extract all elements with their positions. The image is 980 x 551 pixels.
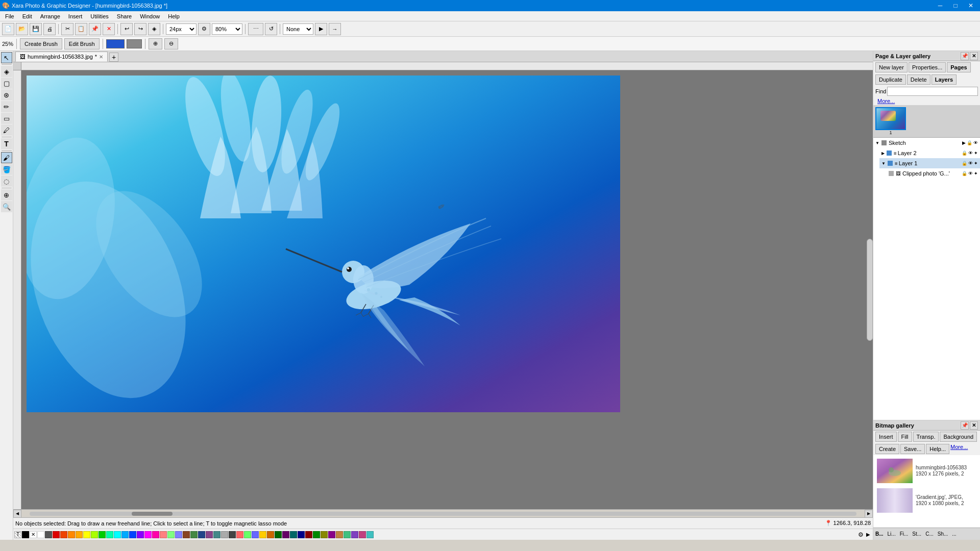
- tab-close-button[interactable]: ✕: [99, 54, 103, 60]
- bg-pin-button[interactable]: 📌: [961, 421, 969, 430]
- magenta-swatch[interactable]: [144, 531, 152, 538]
- freehand-tool[interactable]: ✏: [1, 101, 12, 112]
- new-layer-button[interactable]: New layer: [875, 62, 908, 72]
- sky-blue-swatch[interactable]: [121, 531, 129, 538]
- salmon-swatch[interactable]: [236, 531, 243, 538]
- hscroll-track[interactable]: [30, 512, 856, 516]
- plg-pin-button[interactable]: 📌: [961, 52, 969, 60]
- dark-forest-swatch[interactable]: [313, 531, 320, 538]
- olive-swatch[interactable]: [321, 531, 328, 538]
- delete-layer-button[interactable]: Delete: [907, 74, 930, 85]
- ctx-icon-1[interactable]: ⊕: [149, 38, 162, 49]
- menu-file[interactable]: File: [1, 11, 18, 21]
- close-button[interactable]: ✕: [964, 1, 978, 11]
- light-green-swatch[interactable]: [167, 531, 175, 538]
- zoom-tool[interactable]: 🔍: [1, 201, 12, 212]
- menu-edit[interactable]: Edit: [18, 11, 36, 21]
- cornflower-swatch[interactable]: [252, 531, 259, 538]
- cyan-swatch[interactable]: [114, 531, 121, 538]
- insert-button[interactable]: Insert: [875, 432, 897, 442]
- pages-button[interactable]: Pages: [947, 62, 970, 72]
- dark-red-swatch[interactable]: [305, 531, 312, 538]
- shadow-tab[interactable]: Sh...: [936, 531, 950, 537]
- fill-tab[interactable]: Fi...: [898, 531, 911, 537]
- node-tool[interactable]: ◈: [1, 66, 12, 77]
- mint-swatch[interactable]: [106, 531, 113, 538]
- canvas-tab[interactable]: 🖼 hummingbird-1056383.jpg * ✕: [15, 52, 108, 62]
- pink-swatch[interactable]: [152, 531, 159, 538]
- new-tab-button[interactable]: +: [109, 53, 118, 62]
- maximize-button[interactable]: □: [948, 1, 963, 11]
- zoom-in-button[interactable]: ⋯: [248, 23, 263, 35]
- yellow-swatch[interactable]: [83, 531, 90, 538]
- find-input[interactable]: [887, 87, 978, 96]
- dark-navy-swatch[interactable]: [298, 531, 305, 538]
- layer1-expand-icon[interactable]: [881, 161, 886, 166]
- amber-swatch[interactable]: [76, 531, 83, 538]
- layer2-lock[interactable]: 🔒: [962, 151, 967, 156]
- delete-button[interactable]: ✕: [103, 23, 115, 35]
- ctx-icon-2[interactable]: ⊖: [164, 38, 178, 49]
- light-blue-swatch[interactable]: [175, 531, 182, 538]
- gray-swatch[interactable]: [221, 531, 228, 538]
- color-swatch-2[interactable]: [127, 39, 142, 48]
- duplicate-button[interactable]: Duplicate: [875, 74, 906, 85]
- layer1-visibility[interactable]: 👁: [968, 161, 973, 166]
- blue-swatch[interactable]: [129, 531, 136, 538]
- lime-swatch[interactable]: [244, 531, 251, 538]
- properties-button[interactable]: Properties...: [909, 62, 946, 72]
- dark-gray-swatch[interactable]: [45, 531, 52, 538]
- tan-swatch[interactable]: [336, 531, 343, 538]
- brush-size-select[interactable]: 24px12px36px: [166, 23, 197, 35]
- plum-swatch[interactable]: [328, 531, 335, 538]
- indigo-swatch[interactable]: [351, 531, 358, 538]
- hscroll-right[interactable]: ▶: [865, 510, 873, 518]
- clone-tool[interactable]: ⊕: [1, 189, 12, 201]
- contour-tool[interactable]: ▢: [1, 78, 12, 89]
- fill-tool[interactable]: 🪣: [1, 164, 12, 175]
- undo-button[interactable]: ↩: [120, 23, 133, 35]
- bitmap-item-hummingbird[interactable]: hummingbird-1056383 1920 x 1276 pixels, …: [875, 457, 978, 485]
- reset-button[interactable]: ↺: [265, 23, 277, 35]
- violet-swatch[interactable]: [137, 531, 144, 538]
- light-red-swatch[interactable]: [160, 531, 167, 538]
- bg-more-link[interactable]: More...: [950, 444, 968, 454]
- red-orange-swatch[interactable]: [60, 531, 67, 538]
- new-button[interactable]: 📄: [2, 23, 14, 35]
- open-button[interactable]: 📂: [16, 23, 28, 35]
- page-1-thumb[interactable]: [875, 107, 906, 130]
- bg-help-button[interactable]: Help...: [926, 444, 949, 454]
- fill-button[interactable]: Fill: [898, 432, 912, 442]
- transp-button[interactable]: Transp.: [913, 432, 939, 442]
- options-button[interactable]: ⚙: [198, 23, 210, 35]
- seafoam-swatch[interactable]: [344, 531, 351, 538]
- bronze-swatch[interactable]: [267, 531, 274, 538]
- zoom-select[interactable]: 80%50%100%200%: [212, 23, 242, 35]
- layer1-row[interactable]: ≡ Layer 1 🔒 👁 ✦: [879, 158, 980, 168]
- create-button[interactable]: Create: [875, 444, 899, 454]
- palette-options[interactable]: ⚙: [857, 531, 864, 538]
- canvas-main[interactable]: ✏: [21, 70, 873, 509]
- bg-close-button[interactable]: ✕: [970, 421, 978, 430]
- cut-button[interactable]: ✂: [61, 23, 74, 35]
- brush-tool[interactable]: 🖌: [1, 152, 12, 163]
- bg-save-button[interactable]: Save...: [900, 444, 925, 454]
- arrow-button[interactable]: →: [329, 23, 341, 35]
- charcoal-swatch[interactable]: [229, 531, 236, 538]
- color-swatch-1[interactable]: [106, 39, 125, 48]
- save-button[interactable]: 💾: [30, 23, 42, 35]
- menu-utilities[interactable]: Utilities: [86, 11, 112, 21]
- palette-arrow[interactable]: ▶: [865, 531, 872, 538]
- quality-button[interactable]: ◈: [148, 23, 160, 35]
- yellow-green-swatch[interactable]: [91, 531, 98, 538]
- shape-tool[interactable]: ▭: [1, 113, 12, 124]
- bitmap-tab[interactable]: B...: [873, 531, 886, 537]
- print-button[interactable]: 🖨: [43, 23, 56, 35]
- white-swatch[interactable]: [37, 531, 44, 538]
- teal-swatch[interactable]: [213, 531, 220, 538]
- stroke-tab[interactable]: St...: [910, 531, 923, 537]
- plg-close-button[interactable]: ✕: [970, 52, 978, 60]
- more-tab[interactable]: ...: [950, 531, 958, 537]
- purple-swatch[interactable]: [206, 531, 213, 538]
- green-swatch[interactable]: [99, 531, 106, 538]
